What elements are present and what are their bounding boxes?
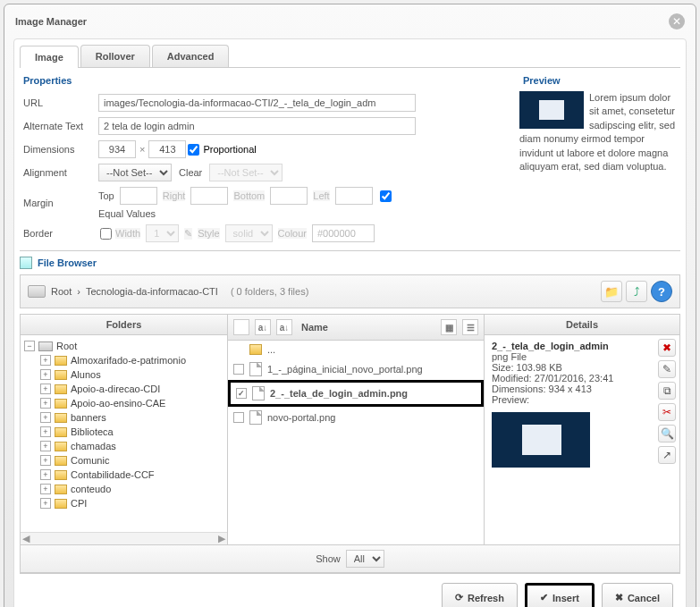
tree-item[interactable]: +Comunic: [22, 453, 225, 468]
file-row[interactable]: novo-portal.png: [228, 407, 484, 428]
expand-icon[interactable]: +: [40, 455, 51, 466]
files-header: a↓ a↓ Name ▦ ☰: [228, 315, 484, 341]
proportional-checkbox[interactable]: [188, 144, 199, 156]
tab-image[interactable]: Image: [20, 46, 79, 68]
details-header: Details: [485, 315, 679, 335]
border-checkbox[interactable]: [100, 228, 112, 240]
preview-heading: Preview: [519, 68, 680, 91]
cancel-icon: ✖: [615, 592, 623, 603]
zoom-icon[interactable]: 🔍: [658, 425, 676, 443]
upload-icon[interactable]: ⤴: [626, 281, 647, 302]
crumb-root[interactable]: Root: [51, 286, 72, 297]
view-list-icon[interactable]: ☰: [462, 319, 478, 335]
tree-item[interactable]: +Apoio-a-direcao-CDI: [22, 382, 225, 396]
crumb-folder[interactable]: Tecnologia-da-informacao-CTI: [86, 286, 218, 297]
alt-input[interactable]: [98, 117, 416, 135]
file-row-selected[interactable]: ✓ 2_-_tela_de_login_admin.png: [228, 380, 484, 407]
height-input[interactable]: [148, 140, 186, 158]
expand-icon[interactable]: +: [40, 484, 51, 494]
image-manager-dialog: Image Manager ✕ Image Rollover Advanced …: [4, 4, 696, 607]
preview-thumbnail: [519, 91, 584, 129]
expand-icon[interactable]: +: [40, 498, 51, 509]
file-up[interactable]: ...: [228, 341, 484, 358]
file-list[interactable]: ... 1_-_página_inicial_novo_portal.png ✓…: [228, 341, 484, 537]
folder-icon: [55, 413, 67, 423]
show-filter-select[interactable]: All: [346, 550, 384, 568]
details-body: ✖ ✎ ⧉ ✂ 🔍 ↗ 2_-_tela_de_login_admin png …: [485, 335, 679, 532]
tab-rollover[interactable]: Rollover: [80, 45, 150, 67]
collapse-icon[interactable]: −: [24, 341, 35, 351]
expand-icon[interactable]: +: [40, 398, 51, 409]
alt-label: Alternate Text: [23, 121, 98, 131]
file-browser-icon: [20, 257, 32, 269]
cut-icon[interactable]: ✂: [658, 403, 676, 421]
tree-item[interactable]: +conteudo: [22, 482, 225, 496]
folder-icon: [55, 485, 67, 494]
file-row[interactable]: 1_-_página_inicial_novo_portal.png: [228, 358, 484, 380]
alignment-label: Alignment: [23, 167, 98, 178]
border-colour-input: [312, 224, 375, 242]
folder-icon: [55, 499, 67, 509]
files-column: a↓ a↓ Name ▦ ☰ ... 1_-_página_ini: [228, 315, 485, 544]
open-icon[interactable]: ↗: [658, 446, 676, 464]
details-type: png File: [492, 351, 527, 362]
help-icon[interactable]: ?: [651, 281, 672, 302]
browser-columns: Folders − Root +Almoxarifado-e-patrimoni…: [20, 314, 680, 545]
details-preview-thumb: [492, 412, 590, 468]
crumb-count: ( 0 folders, 3 files): [231, 286, 308, 297]
expand-icon[interactable]: +: [40, 369, 51, 380]
tree-root[interactable]: − Root: [22, 339, 225, 353]
tree-item[interactable]: +Contabilidade-CCF: [22, 468, 225, 482]
new-folder-icon[interactable]: 📁: [601, 281, 622, 302]
tree-item[interactable]: +Almoxarifado-e-patrimonio: [22, 353, 225, 367]
insert-button[interactable]: ✔Insert: [525, 583, 595, 607]
sort-name-icon[interactable]: a↓: [276, 319, 292, 335]
tree-item[interactable]: +Biblioteca: [22, 425, 225, 439]
tab-advanced[interactable]: Advanced: [152, 45, 230, 67]
expand-icon[interactable]: +: [40, 441, 51, 451]
tree-item[interactable]: +chamadas: [22, 439, 225, 453]
dialog-title: Image Manager: [15, 16, 87, 27]
horizontal-scrollbar[interactable]: ◀▶: [21, 532, 227, 544]
copy-icon[interactable]: ⧉: [658, 382, 676, 400]
sort-ext-icon[interactable]: a↓: [255, 319, 271, 335]
file-icon: [252, 386, 265, 400]
file-checkbox[interactable]: [233, 364, 244, 375]
close-icon[interactable]: ✕: [669, 13, 685, 30]
url-input[interactable]: [98, 94, 416, 112]
border-width-select: 1: [146, 224, 179, 242]
file-checkbox[interactable]: ✓: [236, 388, 247, 399]
dimension-x: ×: [136, 144, 148, 155]
border-label: Border: [23, 228, 98, 239]
file-checkbox[interactable]: [233, 412, 244, 423]
equal-values-checkbox[interactable]: [380, 190, 392, 202]
details-column: Details ✖ ✎ ⧉ ✂ 🔍 ↗ 2_-_tela_de_login_ad…: [485, 315, 679, 544]
expand-icon[interactable]: +: [40, 384, 51, 394]
expand-icon[interactable]: +: [40, 426, 51, 437]
view-grid-icon[interactable]: ▦: [441, 319, 457, 335]
check-icon: ✔: [540, 592, 548, 603]
expand-icon[interactable]: +: [40, 355, 51, 366]
tree-item[interactable]: +Apoio-ao-ensino-CAE: [22, 396, 225, 410]
tree-item[interactable]: +banners: [22, 410, 225, 425]
width-input[interactable]: [98, 140, 136, 158]
clear-select: --Not Set--: [209, 164, 283, 181]
expand-icon[interactable]: +: [40, 469, 51, 480]
alignment-select[interactable]: --Not Set--: [98, 164, 172, 181]
folder-tree[interactable]: − Root +Almoxarifado-e-patrimonio+Alunos…: [21, 335, 227, 532]
folder-icon: [55, 370, 67, 380]
tree-item[interactable]: +Alunos: [22, 367, 225, 382]
rename-icon[interactable]: ✎: [658, 360, 676, 378]
properties-heading: Properties: [20, 68, 510, 91]
folder-icon: [55, 427, 67, 437]
tree-item[interactable]: +CPI: [22, 496, 225, 510]
folder-icon: [55, 470, 67, 480]
expand-icon[interactable]: +: [40, 412, 51, 423]
checkbox-all[interactable]: [233, 319, 249, 335]
folder-up-icon: [249, 344, 262, 355]
refresh-button[interactable]: ⟳Refresh: [442, 583, 518, 607]
dialog-footer: ⟳Refresh ✔Insert ✖Cancel: [20, 573, 680, 607]
cancel-button[interactable]: ✖Cancel: [602, 583, 673, 607]
margin-right-label: Right: [163, 190, 186, 201]
delete-icon[interactable]: ✖: [658, 339, 676, 357]
